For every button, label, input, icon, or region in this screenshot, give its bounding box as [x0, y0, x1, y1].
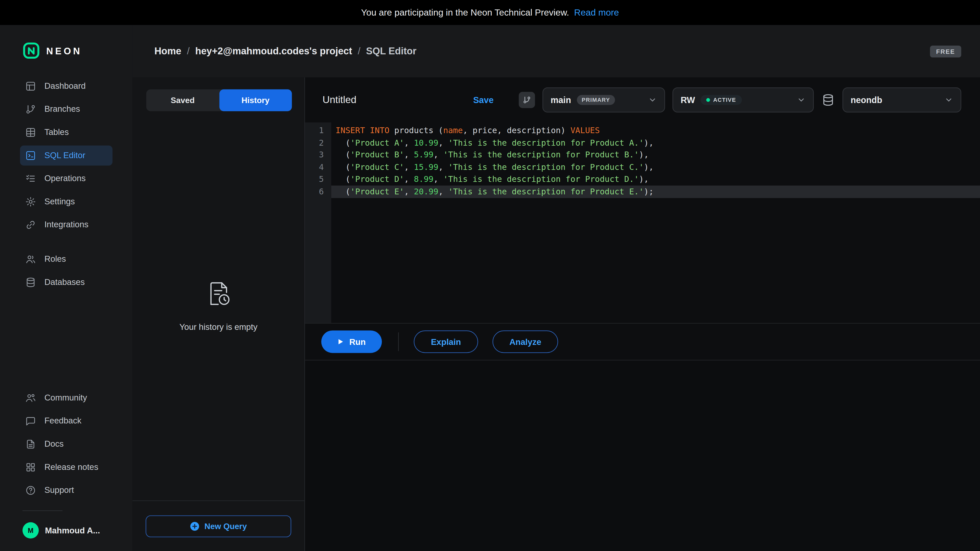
history-empty-state: Your history is empty	[132, 111, 304, 500]
branch-chip-button[interactable]	[519, 92, 535, 108]
sidebar-item-docs[interactable]: Docs	[20, 434, 112, 454]
database-select[interactable]: neondb	[842, 87, 961, 113]
sidebar-item-sql-editor[interactable]: SQL Editor	[20, 145, 112, 165]
tab-saved[interactable]: Saved	[146, 89, 219, 111]
save-button[interactable]: Save	[473, 95, 493, 105]
tables-icon	[25, 127, 36, 138]
sidebar-item-feedback[interactable]: Feedback	[20, 411, 112, 430]
sidebar-item-community[interactable]: Community	[20, 388, 112, 408]
code-lines: INSERT INTO products (name, price, descr…	[331, 122, 980, 323]
feedback-icon	[25, 415, 36, 426]
breadcrumb-separator: /	[358, 46, 361, 57]
editor-header: Untitled Save main PRIMARY	[305, 78, 980, 122]
play-icon	[337, 338, 344, 345]
explain-button[interactable]: Explain	[414, 330, 478, 353]
editor-actions: Run Explain Analyze	[305, 323, 980, 360]
sidebar-item-label: Operations	[45, 174, 86, 183]
active-dot-icon	[706, 98, 710, 102]
sidebar-item-label: Tables	[45, 127, 69, 137]
line-number: 5	[305, 173, 324, 186]
sidebar-item-label: Settings	[45, 197, 75, 206]
query-title[interactable]: Untitled	[323, 94, 473, 106]
sidebar-item-label: Feedback	[45, 416, 81, 426]
avatar: M	[22, 522, 39, 538]
line-number: 2	[305, 137, 324, 149]
endpoint-name: RW	[681, 95, 695, 105]
code-gutter: 123456	[305, 122, 331, 323]
line-number: 1	[305, 124, 324, 137]
breadcrumb-current-page: SQL Editor	[366, 46, 417, 57]
code-line: ('Product A', 10.99, 'This is the descri…	[331, 137, 980, 149]
neon-wordmark: NEON	[46, 45, 82, 56]
sidebar-item-label: Support	[45, 486, 74, 495]
new-query-button[interactable]: New Query	[146, 515, 291, 537]
breadcrumb: Home / hey+2@mahmoud.codes's project / S…	[154, 46, 417, 57]
sidebar-item-label: Release notes	[45, 462, 98, 472]
sidebar-item-release-notes[interactable]: Release notes	[20, 457, 112, 477]
breadcrumb-home[interactable]: Home	[154, 46, 181, 57]
line-number: 3	[305, 149, 324, 161]
sidebar-item-dashboard[interactable]: Dashboard	[20, 76, 112, 96]
sidebar-item-label: Community	[45, 393, 87, 402]
integrations-icon	[25, 219, 36, 230]
branch-chip-icon	[522, 96, 531, 104]
database-icon	[821, 93, 835, 107]
sidebar-item-label: Dashboard	[45, 81, 86, 91]
code-line: ('Product B', 5.99, 'This is the descrip…	[331, 149, 980, 161]
user-menu[interactable]: M Mahmoud A...	[0, 519, 132, 551]
results-area	[305, 360, 980, 551]
line-number: 6	[305, 186, 324, 198]
chevron-down-icon	[944, 96, 953, 104]
primary-badge: PRIMARY	[577, 95, 615, 105]
databases-icon	[25, 276, 36, 288]
branch-select[interactable]: main PRIMARY	[542, 87, 665, 113]
neon-logo[interactable]: NEON	[0, 25, 132, 74]
sql-editor-icon	[25, 150, 36, 161]
sidebar-item-label: Docs	[45, 439, 64, 449]
community-icon	[25, 392, 36, 403]
sidebar-item-integrations[interactable]: Integrations	[20, 214, 112, 234]
sidebar-item-label: Roles	[45, 254, 66, 264]
run-button[interactable]: Run	[321, 330, 382, 353]
branches-icon	[25, 103, 36, 114]
sidebar-item-branches[interactable]: Branches	[20, 99, 112, 119]
sidebar-item-roles[interactable]: Roles	[20, 249, 112, 269]
code-line: ('Product C', 15.99, 'This is the descri…	[331, 161, 980, 173]
plus-circle-icon	[190, 521, 200, 531]
sidebar-item-label: Databases	[45, 277, 85, 287]
sidebar-item-tables[interactable]: Tables	[20, 122, 112, 142]
breadcrumb-project[interactable]: hey+2@mahmoud.codes's project	[195, 46, 352, 57]
plan-badge: FREE	[930, 45, 961, 57]
chevron-down-icon	[797, 96, 805, 104]
preview-banner: You are participating in the Neon Techni…	[0, 0, 980, 25]
sidebar-divider	[22, 510, 62, 511]
line-number: 4	[305, 161, 324, 173]
branch-name: main	[551, 95, 571, 105]
breadcrumb-separator: /	[187, 46, 189, 57]
app-window: You are participating in the Neon Techni…	[0, 0, 980, 551]
database-name: neondb	[851, 95, 882, 105]
query-list-panel: Saved History Your history is empty	[132, 78, 305, 551]
dashboard-icon	[25, 80, 36, 92]
sidebar-item-label: Integrations	[45, 220, 89, 229]
chevron-down-icon	[648, 96, 657, 104]
topbar: Home / hey+2@mahmoud.codes's project / S…	[132, 25, 980, 78]
sidebar-item-operations[interactable]: Operations	[20, 168, 112, 188]
code-editor[interactable]: 123456 INSERT INTO products (name, price…	[305, 122, 980, 323]
sql-editor-panel: Untitled Save main PRIMARY	[305, 78, 980, 551]
release-notes-icon	[25, 462, 36, 473]
endpoint-select[interactable]: RW ACTIVE	[673, 87, 814, 113]
settings-icon	[25, 196, 36, 207]
sidebar-item-databases[interactable]: Databases	[20, 272, 112, 292]
sidebar: NEON Dashboard Branches Tables SQL Edito…	[0, 25, 132, 551]
preview-banner-text: You are participating in the Neon Techni…	[361, 7, 569, 17]
sidebar-item-support[interactable]: Support	[20, 480, 112, 500]
sidebar-item-label: SQL Editor	[45, 151, 85, 160]
history-empty-icon	[205, 280, 232, 307]
history-empty-text: Your history is empty	[180, 322, 258, 332]
tab-history[interactable]: History	[219, 89, 292, 111]
analyze-button[interactable]: Analyze	[493, 330, 558, 353]
sidebar-item-settings[interactable]: Settings	[20, 192, 112, 211]
code-line: INSERT INTO products (name, price, descr…	[331, 124, 980, 137]
read-more-link[interactable]: Read more	[574, 7, 619, 17]
